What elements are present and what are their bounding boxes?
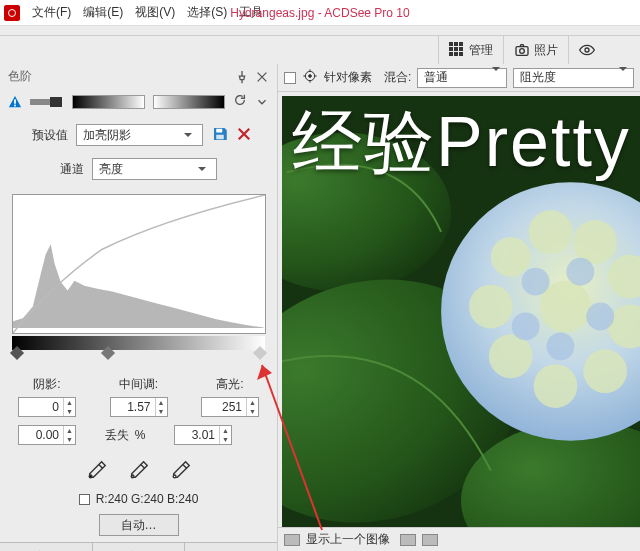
close-panel-icon[interactable] [255, 70, 269, 84]
svg-point-17 [491, 237, 531, 277]
opacity-dropdown[interactable]: 阻光度 [513, 68, 634, 88]
chevron-down-icon [194, 163, 210, 175]
tab-photos[interactable]: 照片 [503, 36, 568, 64]
midtone-value: 1.57 [111, 400, 155, 414]
window-title: Hydrangeas.jpg - ACDSee Pro 10 [230, 6, 409, 20]
tab-manage-label: 管理 [469, 42, 493, 59]
menu-edit[interactable]: 编辑(E) [77, 4, 129, 21]
image-statusbar: 显示上一个图像 [278, 527, 640, 551]
eyedropper-gray-icon[interactable] [128, 459, 150, 484]
eye-icon [579, 42, 595, 58]
preset-label: 预设值 [24, 127, 68, 144]
levels-slider[interactable] [12, 350, 265, 364]
shadow-value: 0 [19, 400, 63, 414]
rgb-readout: R:240 G:240 B:240 [96, 492, 199, 506]
loss-unit: % [135, 428, 146, 442]
status-text: 显示上一个图像 [306, 531, 390, 548]
shadow-input[interactable]: 0 ▲▼ [18, 397, 76, 417]
svg-point-8 [131, 475, 134, 478]
histogram-chart[interactable] [12, 194, 266, 334]
gradient-ramp [12, 336, 265, 350]
eyedropper-white-icon[interactable] [170, 459, 192, 484]
svg-point-25 [469, 285, 513, 329]
apply-button[interactable]: 应用 [0, 543, 93, 551]
svg-point-7 [89, 475, 92, 478]
done-button[interactable]: 完成 [93, 543, 186, 551]
save-preset-icon[interactable] [211, 125, 229, 146]
blend-label: 混合: [384, 69, 411, 86]
eyedropper-black-icon[interactable] [86, 459, 108, 484]
svg-point-11 [309, 75, 312, 78]
svg-point-19 [573, 220, 617, 264]
cancel-button[interactable]: 取消 [185, 543, 277, 551]
rgb-checkbox[interactable] [79, 494, 90, 505]
svg-point-9 [173, 475, 176, 478]
svg-point-2 [585, 48, 589, 52]
panel-title: 色阶 [8, 68, 32, 85]
svg-point-29 [586, 303, 614, 331]
blend-value: 普通 [424, 69, 448, 86]
thumbnail-a-icon[interactable] [400, 534, 416, 546]
channel-dropdown[interactable]: 亮度 [92, 158, 217, 180]
target-icon[interactable] [302, 68, 318, 87]
svg-point-28 [566, 258, 594, 286]
svg-point-22 [583, 349, 627, 393]
svg-point-27 [522, 268, 550, 296]
preset-dropdown[interactable]: 加亮阴影 [76, 124, 203, 146]
channel-value: 亮度 [99, 161, 123, 178]
brush-icon[interactable] [30, 95, 64, 109]
midtone-input[interactable]: 1.57 ▲▼ [110, 397, 168, 417]
chevron-down-icon[interactable] [255, 95, 269, 109]
svg-point-31 [512, 312, 540, 340]
highlight-value: 251 [202, 400, 246, 414]
chevron-down-icon [619, 71, 627, 85]
tab-view[interactable] [568, 36, 605, 64]
pixel-target-checkbox[interactable] [284, 72, 296, 84]
highlight-input[interactable]: 251 ▲▼ [201, 397, 259, 417]
blend-dropdown[interactable]: 普通 [417, 68, 507, 88]
loss-label: 丢失 [105, 427, 129, 444]
midtone-label: 中间调: [119, 376, 158, 393]
toolbar-strip [0, 26, 640, 36]
chevron-down-icon [492, 71, 500, 85]
output-high-input[interactable]: 3.01 ▲▼ [174, 425, 232, 445]
channel-label: 通道 [40, 161, 84, 178]
levels-panel: 色阶 预设值 [0, 64, 278, 551]
shadow-label: 阴影: [33, 376, 60, 393]
tab-photos-label: 照片 [534, 42, 558, 59]
svg-point-23 [534, 364, 578, 408]
panel-footer-buttons: 应用 完成 取消 [0, 542, 277, 551]
image-text-overlay: 经验Pretty [292, 96, 631, 190]
thumbnail-b-icon[interactable] [422, 534, 438, 546]
menu-view[interactable]: 视图(V) [129, 4, 181, 21]
gradient-white-black[interactable] [153, 95, 226, 109]
svg-rect-0 [516, 47, 528, 56]
chevron-down-icon [180, 129, 196, 141]
reset-icon[interactable] [233, 93, 247, 110]
gradient-black-white[interactable] [72, 95, 145, 109]
image-canvas[interactable]: 经验Pretty [282, 96, 640, 527]
panel-toolbar [0, 89, 277, 118]
camera-icon [514, 42, 530, 58]
output-low-input[interactable]: 0.00 ▲▼ [18, 425, 76, 445]
pin-icon[interactable] [235, 70, 249, 84]
opacity-label: 阻光度 [520, 69, 556, 86]
svg-point-18 [529, 210, 573, 254]
output-high-value: 3.01 [175, 428, 219, 442]
compare-icon[interactable] [284, 534, 300, 546]
output-low-value: 0.00 [19, 428, 63, 442]
auto-button[interactable]: 自动… [99, 514, 179, 536]
menu-file[interactable]: 文件(F) [26, 4, 77, 21]
grid-icon [449, 42, 465, 58]
menubar: 文件(F) 编辑(E) 视图(V) 选择(S) 工具 Hydrangeas.jp… [0, 0, 640, 26]
svg-point-30 [547, 332, 575, 360]
delete-preset-icon[interactable] [235, 125, 253, 146]
svg-rect-3 [14, 99, 16, 103]
menu-select[interactable]: 选择(S) [181, 4, 233, 21]
tabbar: 管理 照片 [0, 36, 640, 64]
tab-manage[interactable]: 管理 [438, 36, 503, 64]
info-icon[interactable] [8, 95, 22, 109]
image-toolbar: 针对像素 混合: 普通 阻光度 [278, 64, 640, 92]
svg-rect-6 [216, 134, 224, 139]
highlight-label: 高光: [216, 376, 243, 393]
